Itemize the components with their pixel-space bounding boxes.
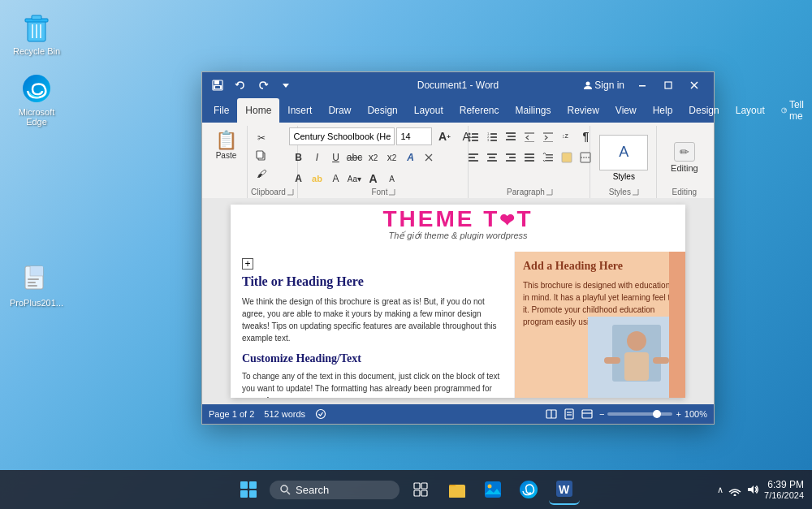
tab-insert[interactable]: Insert <box>279 98 320 123</box>
minimize-btn[interactable] <box>629 72 655 98</box>
align-left-btn[interactable] <box>464 149 482 166</box>
task-view-btn[interactable] <box>404 473 437 506</box>
tab-layout2[interactable]: Layout <box>728 98 773 123</box>
zoom-in-btn[interactable]: + <box>676 409 680 419</box>
clipboard-group: 📋 Paste ✂ 🖌 Clipboard <box>205 126 298 198</box>
edge-image <box>20 72 53 105</box>
underline-btn[interactable]: U <box>326 149 344 166</box>
read-mode-btn[interactable] <box>546 408 557 420</box>
svg-rect-57 <box>469 153 478 155</box>
tab-home[interactable]: Home <box>237 98 279 123</box>
edge-desktop-icon[interactable]: Microsoft Edge <box>8 69 65 130</box>
tab-design[interactable]: Design <box>359 98 405 123</box>
svg-point-82 <box>627 331 646 351</box>
watermark-brand: THEME T❤T <box>383 208 533 231</box>
taskbar-center: Search <box>232 473 580 506</box>
justify-btn[interactable] <box>520 149 538 166</box>
para-row1: 1.2.3. ↕Z <box>464 127 594 145</box>
multi-level-list-btn[interactable] <box>502 127 520 145</box>
sign-in-btn[interactable]: Sign in <box>578 78 629 93</box>
zoom-out-btn[interactable]: − <box>599 409 604 419</box>
bullets-btn[interactable] <box>464 127 482 145</box>
editing-group: ✏ Editing Editing <box>659 126 710 198</box>
clear-format-btn[interactable] <box>420 149 438 166</box>
copy-btn[interactable] <box>251 147 272 165</box>
start-btn[interactable] <box>232 473 265 506</box>
document-area[interactable]: THEME T❤T Thế giới theme & plugin wordpr… <box>202 198 714 404</box>
svg-point-103 <box>488 485 492 489</box>
font-size-small-btn[interactable]: A <box>382 170 400 188</box>
align-right-btn[interactable] <box>502 149 520 166</box>
editing-btn[interactable]: ✏ Editing <box>664 140 705 175</box>
text-effects-btn[interactable]: A <box>401 149 419 166</box>
italic-btn[interactable]: I <box>308 149 326 166</box>
line-spacing-btn[interactable] <box>539 149 557 166</box>
taskbar-edge[interactable] <box>513 474 544 505</box>
shading-btn[interactable] <box>558 149 576 166</box>
para-row2 <box>464 149 594 166</box>
taskbar-photos[interactable] <box>477 474 508 505</box>
svg-rect-69 <box>546 154 553 156</box>
tell-me-btn[interactable]: ? Tell me <box>773 98 812 123</box>
paste-btn[interactable]: 📋 Paste <box>210 129 242 162</box>
svg-rect-44 <box>490 133 497 135</box>
tab-referenc[interactable]: Referenc <box>451 98 508 123</box>
tray-expand-btn[interactable]: ∧ <box>717 485 723 495</box>
tab-file[interactable]: File <box>205 98 237 123</box>
font-size-inc-btn[interactable]: A+ <box>434 127 455 145</box>
strikethrough-btn[interactable]: abc <box>345 149 363 166</box>
taskbar-word[interactable]: W <box>549 474 580 505</box>
recycle-bin-icon[interactable]: Recycle Bin <box>8 8 65 59</box>
undo-btn[interactable] <box>231 76 249 94</box>
svg-rect-46 <box>490 136 497 138</box>
decrease-indent-btn[interactable] <box>520 127 538 145</box>
tab-mailings[interactable]: Mailings <box>507 98 559 123</box>
tab-layout[interactable]: Layout <box>406 98 451 123</box>
doc-left-column[interactable]: + Title or Heading Here We think the des… <box>231 252 515 398</box>
styles-btn[interactable]: A Styles <box>599 135 648 181</box>
customize-qa-btn[interactable] <box>277 76 295 94</box>
clock[interactable]: 6:39 PM 7/16/2024 <box>764 479 804 500</box>
font-case-btn[interactable]: Aa▾ <box>345 170 363 188</box>
align-center-btn[interactable] <box>483 149 501 166</box>
numbering-btn[interactable]: 1.2.3. <box>483 127 501 145</box>
font-name-input[interactable] <box>289 127 395 145</box>
zoom-slider[interactable] <box>607 412 672 416</box>
zoom-thumb[interactable] <box>653 410 661 418</box>
tab-view[interactable]: View <box>607 98 645 123</box>
highlight-btn[interactable]: ab <box>308 170 326 188</box>
subscript-btn[interactable]: x2 <box>364 149 382 166</box>
web-layout-btn[interactable] <box>581 408 593 420</box>
proofing-icon[interactable] <box>315 408 326 420</box>
print-layout-btn[interactable] <box>564 408 575 420</box>
format-painter-btn[interactable]: 🖌 <box>251 165 272 183</box>
status-bar: Page 1 of 2 512 words <box>202 404 714 424</box>
taskbar-file-explorer[interactable] <box>442 474 473 505</box>
redo-btn[interactable] <box>254 76 272 94</box>
tab-design2[interactable]: Design <box>680 98 727 123</box>
superscript-btn[interactable]: x2 <box>382 149 400 166</box>
proplus-icon[interactable]: ProPlus201... <box>8 260 65 311</box>
doc-left-text2: To change any of the text in this docume… <box>242 370 506 398</box>
svg-rect-15 <box>215 86 220 88</box>
font-size-input[interactable] <box>396 127 432 145</box>
font-size-big-btn[interactable]: A <box>364 170 382 188</box>
maximize-btn[interactable] <box>655 72 681 98</box>
cut-btn[interactable]: ✂ <box>251 129 272 147</box>
document-page[interactable]: THEME T❤T Thế giới theme & plugin wordpr… <box>231 205 685 398</box>
insert-block-btn[interactable]: + <box>242 258 253 270</box>
network-icon[interactable] <box>728 483 741 496</box>
font-color2-btn[interactable]: A <box>326 170 344 188</box>
tab-draw[interactable]: Draw <box>320 98 359 123</box>
increase-indent-btn[interactable] <box>539 127 557 145</box>
save-quick-access-btn[interactable] <box>209 76 227 94</box>
search-bar[interactable]: Search <box>270 481 400 499</box>
doc-right-column[interactable]: Add a Heading Here This brochure is desi… <box>515 252 685 398</box>
tab-review[interactable]: Review <box>559 98 607 123</box>
close-btn[interactable] <box>681 72 707 98</box>
tab-help[interactable]: Help <box>645 98 681 123</box>
bold-btn[interactable]: B <box>289 149 307 166</box>
volume-icon[interactable] <box>746 483 759 496</box>
font-color-btn[interactable]: A <box>289 170 307 188</box>
sort-btn[interactable]: ↕Z <box>558 127 576 145</box>
